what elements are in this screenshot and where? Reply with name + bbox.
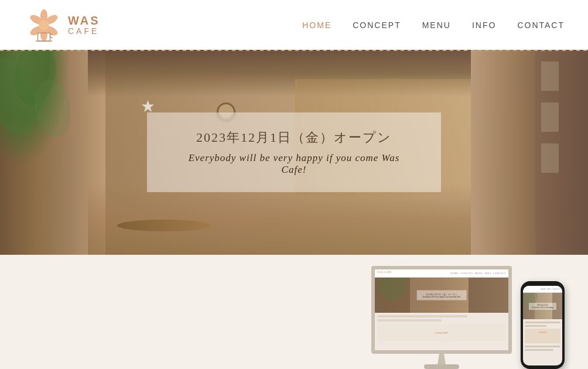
hero-text-box: 2023年12月1日（金）オープン Everybody will be very…: [147, 112, 441, 192]
phone-nav-contact: CONTACT: [552, 288, 560, 291]
phone-content: CONCEPT: [523, 319, 562, 353]
phone-notch: [536, 281, 550, 285]
phone-device: MENU INFO CONTACT: [521, 281, 565, 369]
monitor-hero-image: 2023年12月1日（金）オープン Everybody will be very…: [375, 278, 508, 313]
monitor-logo: WAS CAFE: [377, 271, 392, 274]
monitor-nav-concept: CONCEPT: [460, 272, 473, 275]
monitor-nav: WAS CAFE HOME CONCEPT MENU INFO CONTACT: [375, 269, 508, 278]
phone-hero-text: 2023年12月1日 Everybody will be very happy: [529, 303, 556, 310]
table-detail: [117, 220, 211, 231]
phone-mockup: MENU INFO CONTACT: [521, 281, 565, 369]
phone-screen-inner: MENU INFO CONTACT: [523, 286, 562, 365]
hero-date: 2023年12月1日（金）オープン: [179, 129, 409, 146]
monitor-nav-home: HOME: [450, 272, 459, 275]
phone-section-label: CONCEPT: [525, 329, 560, 334]
phone-screen: MENU INFO CONTACT: [523, 286, 562, 365]
logo-text-area: WAS CAFE: [68, 14, 100, 36]
monitor-hero-subtitle: Everybody will be very happy if you come…: [423, 296, 461, 298]
svg-point-6: [39, 20, 49, 30]
monitor-bottom-content: CONCEPT: [375, 313, 508, 344]
monitor-screen-inner: WAS CAFE HOME CONCEPT MENU INFO CONTACT: [375, 269, 508, 350]
phone-nav-menu: MENU: [541, 288, 546, 291]
monitor-screen: WAS CAFE HOME CONCEPT MENU INFO CONTACT: [371, 266, 512, 354]
nav-info[interactable]: INFO: [472, 20, 496, 30]
phone-hero-subtitle: Everybody will be very happy: [532, 306, 553, 309]
logo-cafe: CAFE: [68, 27, 100, 36]
lower-section: WAS CAFE HOME CONCEPT MENU INFO CONTACT: [0, 255, 588, 369]
monitor-base: [424, 364, 459, 369]
building-svg: [459, 50, 588, 255]
nav-contact[interactable]: CONTACT: [517, 20, 565, 30]
phone-hero-overlay: 2023年12月1日 Everybody will be very happy: [523, 293, 562, 319]
svg-rect-19: [469, 278, 508, 313]
logo-was: WAS: [68, 14, 100, 27]
logo-icon: [23, 5, 64, 46]
svg-rect-15: [541, 62, 559, 91]
nav-home[interactable]: HOME: [302, 20, 331, 30]
greenery-svg: [0, 50, 70, 196]
phone-hero-image: 2023年12月1日 Everybody will be very happy: [523, 293, 562, 319]
monitor-nav-contact: CONTACT: [493, 272, 506, 275]
devices-mockup: WAS CAFE HOME CONCEPT MENU INFO CONTACT: [371, 266, 565, 369]
hero-subtitle: Everybody will be very happy if you come…: [179, 152, 409, 176]
svg-rect-16: [541, 102, 559, 132]
nav-concept[interactable]: CONCEPT: [353, 20, 401, 30]
phone-nav: MENU INFO CONTACT: [523, 286, 562, 293]
phone-content-line-2: [525, 325, 546, 327]
logo[interactable]: WAS CAFE: [23, 5, 100, 46]
hero-section: ★ 2023年12月1日（金）オープン Everybody will be ve…: [0, 50, 588, 255]
phone-section-block: CONCEPT: [525, 329, 560, 343]
phone-content-line-1: [525, 322, 560, 323]
nav-menu[interactable]: MENU: [422, 20, 451, 30]
monitor-nav-menu: MENU: [475, 272, 483, 275]
header-divider: [0, 50, 588, 51]
phone-nav-info: INFO: [547, 288, 551, 291]
svg-rect-17: [541, 144, 559, 173]
monitor-hero-text: 2023年12月1日（金）オープン Everybody will be very…: [417, 291, 467, 300]
site-header: WAS CAFE HOME CONCEPT MENU INFO CONTACT: [0, 0, 588, 50]
main-nav: HOME CONCEPT MENU INFO CONTACT: [302, 20, 565, 30]
monitor-nav-info: INFO: [485, 272, 491, 275]
desktop-mockup: WAS CAFE HOME CONCEPT MENU INFO CONTACT: [371, 266, 512, 369]
monitor-stand: [436, 354, 447, 364]
